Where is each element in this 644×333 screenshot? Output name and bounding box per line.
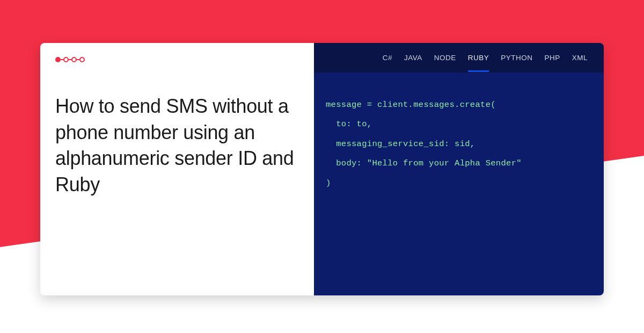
tab-python[interactable]: PYTHON <box>501 44 532 72</box>
logo-icon <box>55 57 299 62</box>
code-snippet: message = client.messages.create( to: to… <box>314 73 604 295</box>
main-card: How to send SMS without a phone number u… <box>40 43 604 295</box>
article-headline: How to send SMS without a phone number u… <box>55 93 299 198</box>
tab-xml[interactable]: XML <box>572 44 588 72</box>
code-panel: C# JAVA NODE RUBY PYTHON PHP XML message… <box>314 43 604 295</box>
card-left-panel: How to send SMS without a phone number u… <box>40 43 314 295</box>
tab-ruby[interactable]: RUBY <box>468 44 489 72</box>
tab-java[interactable]: JAVA <box>404 44 422 72</box>
tab-php[interactable]: PHP <box>544 44 560 72</box>
tab-node[interactable]: NODE <box>434 44 456 72</box>
language-tab-bar: C# JAVA NODE RUBY PYTHON PHP XML <box>314 43 604 73</box>
tab-csharp[interactable]: C# <box>383 44 392 72</box>
